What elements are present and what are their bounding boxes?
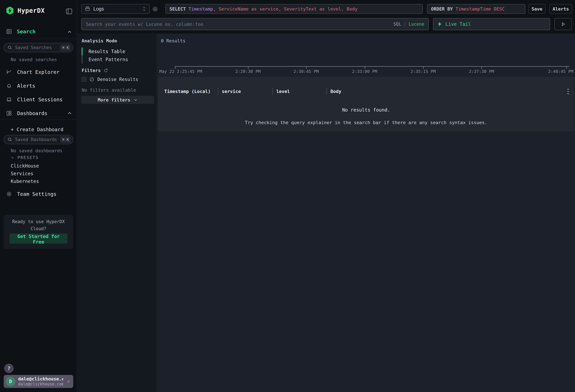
saved-dashboards-input[interactable] <box>15 137 58 142</box>
more-filters-button[interactable]: More filters <box>81 96 154 104</box>
topbar: Logs SELECT Timestamp , ServiceName as s… <box>77 0 575 33</box>
saved-searches-input[interactable] <box>15 45 58 50</box>
axis-tick <box>481 66 482 69</box>
sql-keyword: ORDER BY <box>431 6 453 12</box>
results-table-card: Timestamp (Local) service level Body No … <box>158 77 574 131</box>
save-button[interactable]: Save <box>528 4 546 14</box>
lightning-bolt-icon <box>437 22 442 27</box>
chevron-up-icon <box>67 29 72 35</box>
sidebar-item-label: Dashboards <box>17 110 48 116</box>
column-header-timestamp[interactable]: Timestamp (Local) <box>164 89 217 94</box>
sidebar: HyperDX Search <box>0 0 77 392</box>
analysis-mode-tabs: Results Table Event Patterns <box>82 47 128 64</box>
axis-tick-label: 2:37:30 PM <box>469 69 494 74</box>
user-menu[interactable]: D dale@clickhouse.com dale@clickhouse.co… <box>4 375 73 388</box>
sidebar-item-dashboards[interactable]: Dashboards <box>0 108 77 119</box>
language-sql-option[interactable]: SQL <box>393 22 401 27</box>
tab-results-table[interactable]: Results Table <box>82 47 128 55</box>
preset-kubernetes[interactable]: Kubernetes <box>11 179 39 184</box>
preset-services[interactable]: Services <box>11 171 33 176</box>
no-saved-searches-note: No saved searches <box>11 57 57 62</box>
column-resize-handle[interactable] <box>326 88 327 95</box>
hyperdx-app: HyperDX Search <box>0 0 575 392</box>
column-header-body[interactable]: Body <box>330 89 341 94</box>
select-updown-icon <box>142 6 146 11</box>
column-header-service[interactable]: service <box>222 89 272 94</box>
tab-event-patterns[interactable]: Event Patterns <box>82 55 128 64</box>
alerts-button[interactable]: Alerts <box>550 4 572 14</box>
column-header-level[interactable]: level <box>276 89 326 94</box>
source-box-icon <box>85 6 90 12</box>
source-select-value: Logs <box>93 6 139 12</box>
search-icon <box>7 137 12 142</box>
denoise-checkbox[interactable] <box>82 77 86 82</box>
sidebar-item-label: Chart Explorer <box>17 69 60 75</box>
presets-toggle[interactable]: PRESETS <box>10 155 39 160</box>
brand-name: HyperDX <box>17 7 45 14</box>
axis-tick <box>365 66 365 69</box>
empty-state-title: No results found. <box>158 107 574 113</box>
column-resize-handle[interactable] <box>217 88 218 95</box>
axis-tick <box>566 66 567 69</box>
laptop-icon <box>6 96 12 103</box>
sidebar-item-alerts[interactable]: Alerts <box>0 80 77 91</box>
select-clause-input[interactable]: SELECT Timestamp , ServiceName as servic… <box>166 4 423 14</box>
chevron-up-icon <box>67 110 72 116</box>
bell-icon <box>6 83 12 89</box>
live-tail-label: Live Tail <box>445 22 471 27</box>
axis-tick <box>248 66 248 69</box>
event-search-input[interactable] <box>86 22 393 27</box>
sidebar-item-chart-explorer[interactable]: Chart Explorer <box>0 67 77 77</box>
empty-state-hint: Try checking the query explainer in the … <box>158 120 574 125</box>
help-button[interactable]: ? <box>4 364 14 373</box>
cloud-promo-text: Ready to use HyperDX <box>4 219 73 224</box>
filter-panel: Analysis Mode Results Table Event Patter… <box>77 33 157 392</box>
preset-clickhouse[interactable]: ClickHouse <box>11 163 39 169</box>
sidebar-item-label: Team Settings <box>17 191 56 197</box>
avatar: D <box>6 377 15 386</box>
denoise-results-option[interactable]: Denoise Results <box>82 77 138 82</box>
sidebar-item-client-sessions[interactable]: Client Sessions <box>0 94 77 105</box>
chevron-right-icon <box>66 379 71 384</box>
run-query-button[interactable] <box>554 18 572 30</box>
table-options-kebab-icon[interactable] <box>565 88 571 95</box>
source-select[interactable]: Logs <box>81 4 150 14</box>
source-settings-gear-icon[interactable] <box>152 6 158 12</box>
user-org: dale@clickhouse.com's <box>18 382 63 387</box>
saved-searches-search: ⌘ K <box>4 43 73 52</box>
search-icon <box>7 45 12 50</box>
no-filters-note: No filters available <box>82 88 136 93</box>
sidebar-item-search[interactable]: Search <box>0 27 77 36</box>
column-resize-handle[interactable] <box>272 88 273 95</box>
refresh-icon[interactable] <box>103 68 108 73</box>
axis-tick <box>175 66 175 69</box>
sidebar-item-label: Client Sessions <box>17 97 63 103</box>
shortcut-badge: ⌘ K <box>60 45 71 51</box>
live-tail-button[interactable]: Live Tail <box>433 18 550 30</box>
filters-header: Filters <box>82 68 108 73</box>
query-language-toggle: SQL | Lucene <box>393 22 424 27</box>
filters-label: Filters <box>82 68 101 73</box>
cloud-promo-text: Cloud? <box>4 226 73 231</box>
axis-tick-label: 2:28:30 PM <box>235 69 261 74</box>
results-count: 0 Results <box>161 38 185 43</box>
axis-tick-label: 2:35:15 PM <box>410 69 436 74</box>
analysis-mode-label: Analysis Mode <box>82 38 117 43</box>
results-table-header: Timestamp (Local) service level Body <box>164 87 563 95</box>
play-icon <box>561 22 566 27</box>
time-axis-line <box>175 66 569 67</box>
sidebar-collapse-icon[interactable] <box>65 8 73 15</box>
search-section-icon <box>6 28 12 35</box>
axis-tick-label: May 22 2:25:45 PM <box>159 69 202 74</box>
analysis-mode-header: Analysis Mode <box>82 38 117 43</box>
axis-tick-label: 2:40:45 PM <box>548 69 573 74</box>
sidebar-item-team-settings[interactable]: Team Settings <box>0 189 77 199</box>
create-dashboard-button[interactable]: + Create Dashboard <box>7 125 67 134</box>
get-started-button[interactable]: Get Started for Free <box>10 233 68 244</box>
saved-dashboards-search: ⌘ K <box>4 135 73 144</box>
language-lucene-option[interactable]: Lucene <box>408 22 424 27</box>
more-filters-label: More filters <box>97 97 130 103</box>
sidebar-item-label: Alerts <box>17 83 35 89</box>
order-by-input[interactable]: ORDER BY TimestampTime DESC <box>427 4 525 14</box>
divider <box>0 119 77 120</box>
